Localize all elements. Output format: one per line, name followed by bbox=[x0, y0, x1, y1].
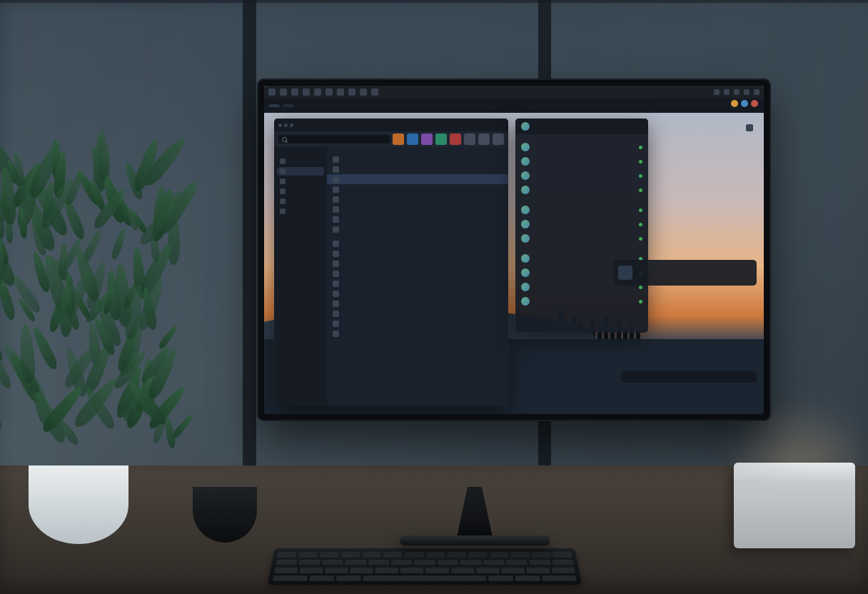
menubar-item-icon[interactable] bbox=[348, 89, 355, 96]
status-pill[interactable] bbox=[621, 371, 757, 383]
list-row[interactable] bbox=[327, 224, 508, 234]
avatar bbox=[521, 157, 530, 166]
tray-icon[interactable] bbox=[734, 89, 740, 95]
tray-dot-icon[interactable] bbox=[731, 100, 738, 107]
list-row[interactable] bbox=[327, 258, 508, 268]
monitor-bezel bbox=[257, 79, 771, 421]
menubar-item-icon[interactable] bbox=[268, 89, 276, 96]
toolbar-tile-icon[interactable] bbox=[421, 134, 433, 145]
search-input[interactable] bbox=[278, 135, 390, 144]
sidebar-item[interactable] bbox=[277, 207, 324, 216]
notification-card[interactable] bbox=[614, 260, 757, 286]
sidebar-item[interactable] bbox=[277, 157, 324, 166]
contact-row[interactable] bbox=[515, 217, 648, 231]
toolbar-tile-icon[interactable] bbox=[464, 134, 475, 145]
tabstrip-tray bbox=[731, 100, 758, 107]
list-row[interactable] bbox=[327, 268, 508, 278]
contact-row[interactable] bbox=[515, 140, 648, 154]
avatar bbox=[521, 220, 530, 228]
menubar-item-icon[interactable] bbox=[371, 89, 378, 96]
close-icon[interactable] bbox=[278, 124, 282, 127]
sidebar-item-icon bbox=[280, 188, 286, 194]
toolbar-tile-icon[interactable] bbox=[435, 134, 447, 145]
os-menubar[interactable] bbox=[264, 86, 764, 99]
list-row[interactable] bbox=[327, 298, 508, 308]
menubar-item-icon[interactable] bbox=[303, 89, 310, 96]
contact-row[interactable] bbox=[515, 203, 648, 217]
avatar bbox=[521, 171, 530, 180]
sidebar-item-icon bbox=[280, 208, 286, 214]
tray-icon[interactable] bbox=[714, 89, 720, 95]
content-list[interactable] bbox=[327, 147, 508, 406]
tab[interactable] bbox=[283, 104, 294, 107]
status-online-icon bbox=[639, 300, 642, 303]
toolbar-tile-icon[interactable] bbox=[393, 134, 404, 145]
status-online-icon bbox=[639, 174, 642, 178]
contact-row[interactable] bbox=[515, 231, 648, 246]
menubar-item-icon[interactable] bbox=[314, 89, 321, 96]
sidebar-item[interactable] bbox=[277, 197, 324, 206]
tray-icon[interactable] bbox=[754, 89, 760, 95]
titlebar[interactable] bbox=[274, 119, 508, 131]
desktop-shortcut[interactable] bbox=[746, 124, 757, 131]
list-row[interactable] bbox=[327, 194, 508, 204]
row-icon bbox=[333, 301, 339, 307]
row-icon bbox=[333, 331, 339, 337]
status-online-icon bbox=[639, 188, 642, 192]
tray-icon[interactable] bbox=[724, 89, 730, 95]
sidebar-item[interactable] bbox=[277, 187, 324, 196]
list-row[interactable] bbox=[327, 154, 508, 164]
avatar[interactable] bbox=[521, 122, 530, 131]
titlebar[interactable] bbox=[515, 119, 648, 134]
list-row[interactable] bbox=[327, 214, 508, 224]
list-row[interactable] bbox=[327, 278, 508, 288]
menubar-item-icon[interactable] bbox=[360, 89, 367, 96]
contact-row[interactable] bbox=[515, 154, 648, 168]
list-row[interactable] bbox=[327, 248, 508, 258]
list-row[interactable] bbox=[327, 288, 508, 298]
list-row[interactable] bbox=[327, 184, 508, 194]
desk-box bbox=[734, 463, 855, 548]
list-row[interactable] bbox=[327, 328, 508, 338]
tab[interactable] bbox=[268, 104, 280, 107]
list-row[interactable] bbox=[327, 318, 508, 328]
tray-icon[interactable] bbox=[744, 89, 750, 95]
menubar-item-icon[interactable] bbox=[280, 89, 287, 96]
menubar-item-icon[interactable] bbox=[326, 89, 333, 96]
tray-dot-icon[interactable] bbox=[751, 100, 758, 107]
contact-group-header bbox=[515, 134, 648, 140]
contact-row[interactable] bbox=[515, 183, 648, 197]
toolbar-tile-icon[interactable] bbox=[407, 134, 418, 145]
toolbar-tile-icon[interactable] bbox=[493, 134, 504, 145]
list-row[interactable] bbox=[327, 204, 508, 214]
plant-pot-white bbox=[29, 465, 128, 544]
contact-row[interactable] bbox=[515, 168, 648, 183]
list-row[interactable] bbox=[327, 164, 508, 174]
maximize-icon[interactable] bbox=[290, 124, 293, 127]
toolbar-tile-icon[interactable] bbox=[450, 134, 461, 145]
row-icon bbox=[333, 281, 339, 287]
avatar bbox=[521, 268, 530, 277]
sidebar-item[interactable] bbox=[277, 167, 324, 176]
avatar bbox=[521, 297, 530, 306]
sidebar-item[interactable] bbox=[277, 177, 324, 186]
row-icon bbox=[333, 251, 339, 257]
toolbar-tile-icon[interactable] bbox=[478, 134, 490, 145]
row-icon bbox=[333, 291, 339, 297]
avatar bbox=[521, 186, 530, 194]
row-icon bbox=[333, 261, 339, 267]
minimize-icon[interactable] bbox=[284, 124, 288, 127]
avatar bbox=[521, 206, 530, 214]
tab-strip bbox=[264, 99, 764, 113]
tray-dot-icon[interactable] bbox=[741, 100, 748, 107]
list-row[interactable] bbox=[327, 174, 508, 184]
window-controls[interactable] bbox=[278, 124, 293, 127]
contact-row[interactable] bbox=[515, 294, 648, 308]
app-window-contacts[interactable] bbox=[515, 119, 648, 333]
list-row[interactable] bbox=[327, 238, 508, 248]
menubar-item-icon[interactable] bbox=[291, 89, 298, 96]
row-icon bbox=[333, 196, 339, 203]
app-window-library[interactable] bbox=[274, 119, 508, 406]
menubar-item-icon[interactable] bbox=[337, 89, 344, 96]
list-row[interactable] bbox=[327, 308, 508, 318]
